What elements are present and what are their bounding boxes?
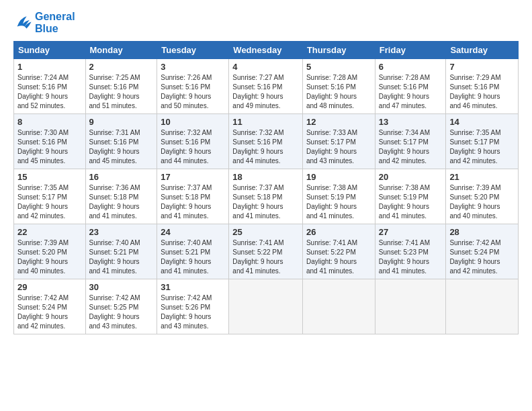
calendar-cell (375, 279, 446, 334)
calendar-cell: 5Sunrise: 7:28 AMSunset: 5:16 PMDaylight… (302, 59, 375, 114)
weekday-header-thursday: Thursday (302, 42, 375, 59)
calendar-table: SundayMondayTuesdayWednesdayThursdayFrid… (13, 41, 519, 334)
calendar-cell: 26Sunrise: 7:41 AMSunset: 5:22 PMDayligh… (302, 224, 375, 279)
calendar-cell: 22Sunrise: 7:39 AMSunset: 5:20 PMDayligh… (14, 224, 86, 279)
calendar-row-2: 8Sunrise: 7:30 AMSunset: 5:16 PMDaylight… (14, 114, 519, 169)
calendar-cell: 13Sunrise: 7:34 AMSunset: 5:17 PMDayligh… (375, 114, 446, 169)
weekday-header-saturday: Saturday (446, 42, 519, 59)
calendar-cell: 23Sunrise: 7:40 AMSunset: 5:21 PMDayligh… (85, 224, 157, 279)
calendar-cell: 31Sunrise: 7:42 AMSunset: 5:26 PMDayligh… (157, 279, 229, 334)
calendar-cell: 25Sunrise: 7:41 AMSunset: 5:22 PMDayligh… (229, 224, 303, 279)
calendar-cell: 9Sunrise: 7:31 AMSunset: 5:16 PMDaylight… (85, 114, 157, 169)
calendar-cell (229, 279, 303, 334)
calendar-cell (302, 279, 375, 334)
calendar-cell: 19Sunrise: 7:38 AMSunset: 5:19 PMDayligh… (302, 169, 375, 224)
calendar-cell: 1Sunrise: 7:24 AMSunset: 5:16 PMDaylight… (14, 59, 86, 114)
calendar-cell: 18Sunrise: 7:37 AMSunset: 5:18 PMDayligh… (229, 169, 303, 224)
weekday-header-wednesday: Wednesday (229, 42, 303, 59)
calendar-cell: 12Sunrise: 7:33 AMSunset: 5:17 PMDayligh… (302, 114, 375, 169)
calendar-cell: 11Sunrise: 7:32 AMSunset: 5:16 PMDayligh… (229, 114, 303, 169)
page: General Blue SundayMondayTuesdayWednesda… (0, 0, 532, 341)
calendar-cell: 21Sunrise: 7:39 AMSunset: 5:20 PMDayligh… (446, 169, 519, 224)
calendar-cell: 8Sunrise: 7:30 AMSunset: 5:16 PMDaylight… (14, 114, 86, 169)
calendar-cell: 14Sunrise: 7:35 AMSunset: 5:17 PMDayligh… (446, 114, 519, 169)
weekday-header-sunday: Sunday (14, 42, 86, 59)
calendar-row-5: 29Sunrise: 7:42 AMSunset: 5:24 PMDayligh… (14, 279, 519, 334)
calendar-cell: 30Sunrise: 7:42 AMSunset: 5:25 PMDayligh… (85, 279, 157, 334)
calendar-cell: 10Sunrise: 7:32 AMSunset: 5:16 PMDayligh… (157, 114, 229, 169)
calendar-row-1: 1Sunrise: 7:24 AMSunset: 5:16 PMDaylight… (14, 59, 519, 114)
logo: General Blue (13, 11, 75, 34)
calendar-cell: 15Sunrise: 7:35 AMSunset: 5:17 PMDayligh… (14, 169, 86, 224)
calendar-cell: 29Sunrise: 7:42 AMSunset: 5:24 PMDayligh… (14, 279, 86, 334)
calendar-cell: 2Sunrise: 7:25 AMSunset: 5:16 PMDaylight… (85, 59, 157, 114)
calendar-row-3: 15Sunrise: 7:35 AMSunset: 5:17 PMDayligh… (14, 169, 519, 224)
calendar-cell: 24Sunrise: 7:40 AMSunset: 5:21 PMDayligh… (157, 224, 229, 279)
calendar-cell: 6Sunrise: 7:28 AMSunset: 5:16 PMDaylight… (375, 59, 446, 114)
calendar-cell: 28Sunrise: 7:42 AMSunset: 5:24 PMDayligh… (446, 224, 519, 279)
weekday-header-friday: Friday (375, 42, 446, 59)
weekday-header-tuesday: Tuesday (157, 42, 229, 59)
calendar-cell: 27Sunrise: 7:41 AMSunset: 5:23 PMDayligh… (375, 224, 446, 279)
calendar-cell: 17Sunrise: 7:37 AMSunset: 5:18 PMDayligh… (157, 169, 229, 224)
logo-text: General Blue (35, 11, 75, 34)
calendar-cell: 16Sunrise: 7:36 AMSunset: 5:18 PMDayligh… (85, 169, 157, 224)
calendar-cell: 20Sunrise: 7:38 AMSunset: 5:19 PMDayligh… (375, 169, 446, 224)
header: General Blue (13, 11, 519, 34)
weekday-header-row: SundayMondayTuesdayWednesdayThursdayFrid… (14, 42, 519, 59)
calendar-cell: 7Sunrise: 7:29 AMSunset: 5:16 PMDaylight… (446, 59, 519, 114)
calendar-cell (446, 279, 519, 334)
calendar-cell: 4Sunrise: 7:27 AMSunset: 5:16 PMDaylight… (229, 59, 303, 114)
weekday-header-monday: Monday (85, 42, 157, 59)
calendar-row-4: 22Sunrise: 7:39 AMSunset: 5:20 PMDayligh… (14, 224, 519, 279)
logo-bird-icon (13, 13, 32, 32)
calendar-cell: 3Sunrise: 7:26 AMSunset: 5:16 PMDaylight… (157, 59, 229, 114)
